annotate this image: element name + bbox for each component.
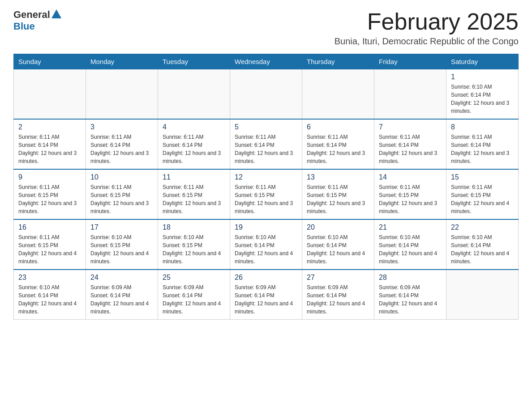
calendar-week-3: 9Sunrise: 6:11 AMSunset: 6:15 PMDaylight… — [14, 169, 519, 219]
calendar-cell: 25Sunrise: 6:09 AMSunset: 6:14 PMDayligh… — [158, 270, 230, 320]
logo-general-text: General — [13, 9, 50, 21]
calendar-header-saturday: Saturday — [446, 54, 519, 69]
calendar-cell: 24Sunrise: 6:09 AMSunset: 6:14 PMDayligh… — [86, 270, 158, 320]
day-number: 25 — [163, 274, 225, 282]
logo-triangle-icon — [51, 9, 61, 18]
calendar-cell: 23Sunrise: 6:10 AMSunset: 6:14 PMDayligh… — [14, 270, 86, 320]
day-info: Sunrise: 6:09 AMSunset: 6:14 PMDaylight:… — [90, 283, 153, 316]
logo: General Blue — [13, 9, 61, 32]
calendar-cell — [446, 270, 519, 320]
day-info: Sunrise: 6:11 AMSunset: 6:15 PMDaylight:… — [307, 183, 369, 215]
day-number: 21 — [379, 223, 442, 231]
calendar-header-friday: Friday — [374, 54, 446, 69]
calendar-cell — [374, 69, 446, 120]
calendar-cell: 28Sunrise: 6:09 AMSunset: 6:14 PMDayligh… — [374, 270, 446, 320]
day-info: Sunrise: 6:09 AMSunset: 6:14 PMDaylight:… — [235, 283, 297, 316]
calendar-cell — [14, 69, 86, 120]
calendar-cell: 11Sunrise: 6:11 AMSunset: 6:15 PMDayligh… — [158, 169, 230, 219]
calendar-cell: 3Sunrise: 6:11 AMSunset: 6:14 PMDaylight… — [86, 119, 158, 169]
day-number: 4 — [163, 123, 225, 131]
calendar-week-5: 23Sunrise: 6:10 AMSunset: 6:14 PMDayligh… — [14, 270, 519, 320]
calendar-table: SundayMondayTuesdayWednesdayThursdayFrid… — [13, 54, 519, 320]
header: General Blue February 2025 Bunia, Ituri,… — [13, 9, 519, 47]
day-number: 14 — [379, 173, 442, 181]
calendar-week-2: 2Sunrise: 6:11 AMSunset: 6:14 PMDaylight… — [14, 119, 519, 169]
day-number: 28 — [379, 274, 442, 282]
day-info: Sunrise: 6:11 AMSunset: 6:15 PMDaylight:… — [163, 183, 225, 215]
calendar-cell: 13Sunrise: 6:11 AMSunset: 6:15 PMDayligh… — [302, 169, 374, 219]
day-info: Sunrise: 6:11 AMSunset: 6:14 PMDaylight:… — [379, 133, 442, 165]
day-info: Sunrise: 6:09 AMSunset: 6:14 PMDaylight:… — [307, 283, 369, 316]
day-info: Sunrise: 6:11 AMSunset: 6:14 PMDaylight:… — [163, 133, 225, 165]
calendar-cell: 18Sunrise: 6:10 AMSunset: 6:15 PMDayligh… — [158, 219, 230, 270]
day-info: Sunrise: 6:10 AMSunset: 6:14 PMDaylight:… — [451, 233, 514, 265]
day-info: Sunrise: 6:10 AMSunset: 6:14 PMDaylight:… — [451, 83, 514, 115]
day-number: 2 — [18, 123, 81, 131]
day-number: 1 — [451, 73, 514, 81]
day-number: 24 — [90, 274, 153, 282]
day-info: Sunrise: 6:11 AMSunset: 6:15 PMDaylight:… — [235, 183, 297, 215]
day-number: 6 — [307, 123, 369, 131]
calendar-cell — [158, 69, 230, 120]
day-info: Sunrise: 6:11 AMSunset: 6:14 PMDaylight:… — [451, 133, 514, 165]
day-info: Sunrise: 6:11 AMSunset: 6:14 PMDaylight:… — [18, 133, 81, 165]
calendar-cell: 20Sunrise: 6:10 AMSunset: 6:14 PMDayligh… — [302, 219, 374, 270]
day-info: Sunrise: 6:11 AMSunset: 6:14 PMDaylight:… — [90, 133, 153, 165]
day-number: 15 — [451, 173, 514, 181]
calendar-cell: 22Sunrise: 6:10 AMSunset: 6:14 PMDayligh… — [446, 219, 519, 270]
day-info: Sunrise: 6:10 AMSunset: 6:14 PMDaylight:… — [307, 233, 369, 265]
calendar-cell: 2Sunrise: 6:11 AMSunset: 6:14 PMDaylight… — [14, 119, 86, 169]
calendar-cell: 16Sunrise: 6:11 AMSunset: 6:15 PMDayligh… — [14, 219, 86, 270]
day-info: Sunrise: 6:10 AMSunset: 6:14 PMDaylight:… — [235, 233, 297, 265]
calendar-cell: 1Sunrise: 6:10 AMSunset: 6:14 PMDaylight… — [446, 69, 519, 120]
day-info: Sunrise: 6:11 AMSunset: 6:15 PMDaylight:… — [18, 183, 81, 215]
calendar-cell: 19Sunrise: 6:10 AMSunset: 6:14 PMDayligh… — [230, 219, 302, 270]
day-number: 19 — [235, 223, 297, 231]
day-info: Sunrise: 6:09 AMSunset: 6:14 PMDaylight:… — [379, 283, 442, 316]
day-info: Sunrise: 6:10 AMSunset: 6:15 PMDaylight:… — [163, 233, 225, 265]
calendar-subtitle: Bunia, Ituri, Democratic Republic of the… — [335, 36, 519, 47]
day-info: Sunrise: 6:11 AMSunset: 6:14 PMDaylight:… — [307, 133, 369, 165]
calendar-week-1: 1Sunrise: 6:10 AMSunset: 6:14 PMDaylight… — [14, 69, 519, 120]
day-info: Sunrise: 6:11 AMSunset: 6:15 PMDaylight:… — [18, 233, 81, 265]
calendar-header-row: SundayMondayTuesdayWednesdayThursdayFrid… — [14, 54, 519, 69]
day-number: 20 — [307, 223, 369, 231]
day-number: 7 — [379, 123, 442, 131]
day-number: 3 — [90, 123, 153, 131]
day-number: 23 — [18, 274, 81, 282]
calendar-cell — [302, 69, 374, 120]
day-info: Sunrise: 6:11 AMSunset: 6:14 PMDaylight:… — [235, 133, 297, 165]
calendar-cell: 15Sunrise: 6:11 AMSunset: 6:15 PMDayligh… — [446, 169, 519, 219]
calendar-header-tuesday: Tuesday — [158, 54, 230, 69]
calendar-cell: 14Sunrise: 6:11 AMSunset: 6:15 PMDayligh… — [374, 169, 446, 219]
day-info: Sunrise: 6:10 AMSunset: 6:15 PMDaylight:… — [90, 233, 153, 265]
calendar-cell: 26Sunrise: 6:09 AMSunset: 6:14 PMDayligh… — [230, 270, 302, 320]
day-number: 8 — [451, 123, 514, 131]
calendar-cell: 5Sunrise: 6:11 AMSunset: 6:14 PMDaylight… — [230, 119, 302, 169]
day-info: Sunrise: 6:09 AMSunset: 6:14 PMDaylight:… — [163, 283, 225, 316]
calendar-header-wednesday: Wednesday — [230, 54, 302, 69]
calendar-header-sunday: Sunday — [14, 54, 86, 69]
day-number: 17 — [90, 223, 153, 231]
calendar-week-4: 16Sunrise: 6:11 AMSunset: 6:15 PMDayligh… — [14, 219, 519, 270]
day-number: 27 — [307, 274, 369, 282]
calendar-cell: 12Sunrise: 6:11 AMSunset: 6:15 PMDayligh… — [230, 169, 302, 219]
calendar-cell: 6Sunrise: 6:11 AMSunset: 6:14 PMDaylight… — [302, 119, 374, 169]
day-number: 5 — [235, 123, 297, 131]
calendar-cell: 21Sunrise: 6:10 AMSunset: 6:14 PMDayligh… — [374, 219, 446, 270]
day-number: 12 — [235, 173, 297, 181]
day-number: 9 — [18, 173, 81, 181]
calendar-cell: 17Sunrise: 6:10 AMSunset: 6:15 PMDayligh… — [86, 219, 158, 270]
calendar-cell: 10Sunrise: 6:11 AMSunset: 6:15 PMDayligh… — [86, 169, 158, 219]
day-number: 13 — [307, 173, 369, 181]
calendar-cell — [230, 69, 302, 120]
day-number: 10 — [90, 173, 153, 181]
day-info: Sunrise: 6:11 AMSunset: 6:15 PMDaylight:… — [379, 183, 442, 215]
calendar-cell: 7Sunrise: 6:11 AMSunset: 6:14 PMDaylight… — [374, 119, 446, 169]
logo-blue-text: Blue — [13, 21, 35, 32]
day-info: Sunrise: 6:10 AMSunset: 6:14 PMDaylight:… — [18, 283, 81, 316]
title-block: February 2025 Bunia, Ituri, Democratic R… — [335, 9, 519, 47]
calendar-header-thursday: Thursday — [302, 54, 374, 69]
calendar-cell: 9Sunrise: 6:11 AMSunset: 6:15 PMDaylight… — [14, 169, 86, 219]
svg-marker-0 — [51, 9, 61, 18]
